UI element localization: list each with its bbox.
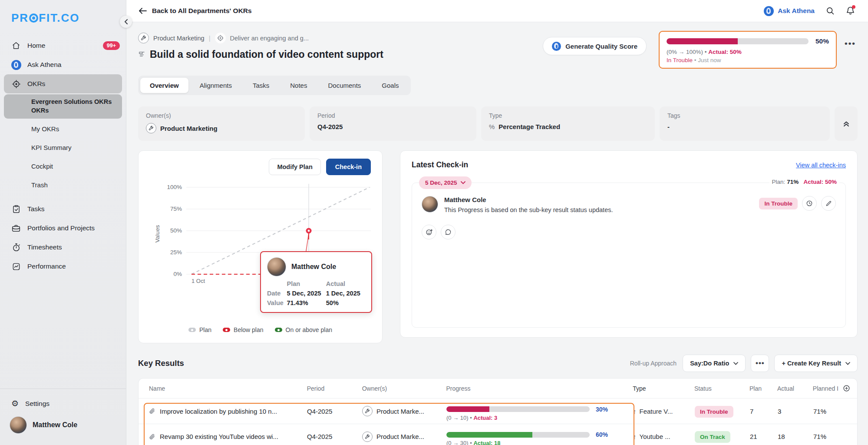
key-result-row[interactable]: Revamp 30 existing YouTube videos wi... … [139,424,857,445]
key-result-owner: Product Marke... [376,408,424,415]
comment-button[interactable] [441,225,455,239]
column-header-status[interactable]: Status [694,385,749,392]
key-result-row[interactable]: Improve localization by publishing 10 n.… [139,399,857,424]
notifications-button[interactable] [846,6,855,16]
tab-overview[interactable]: Overview [140,78,188,93]
key-result-name[interactable]: Improve localization by publishing 10 n.… [160,408,277,415]
key-result-actual: 18 [778,433,813,440]
sidebar-item-label: KPI Summary [31,144,72,151]
column-header-actual[interactable]: Actual [777,385,813,392]
tab-alignments[interactable]: Alignments [190,78,241,93]
logo-text-pr: PR [11,11,29,25]
progress-track [667,38,809,44]
sidebar: PRFIT.CO Home 99+ Ask Athena OKRs [0,0,126,445]
key-results-header: Key Results Roll-up Approach Say:Do Rati… [138,355,858,372]
column-header-name[interactable]: Name [139,385,307,392]
objective-progress-card[interactable]: 50% (0% → 100%) • Actual: 50% In Trouble… [659,31,837,69]
performance-chart-icon [11,262,21,271]
sidebar-item-performance[interactable]: Performance [0,257,126,276]
key-result-name[interactable]: Revamp 30 existing YouTube videos wi... [160,433,278,440]
sidebar-item-label: Home [27,42,45,50]
sidebar-item-label: Cockpit [31,163,53,170]
search-button[interactable] [826,7,835,15]
create-key-result-button[interactable]: + Create Key Result [774,355,858,372]
column-header-planned[interactable]: Planned I [813,385,857,392]
sidebar-item-trash[interactable]: Trash [0,176,126,194]
main-area: Back to All Departments' OKRs Ask Athena [126,0,868,445]
sidebar-item-tasks[interactable]: Tasks [0,199,126,219]
modify-plan-button[interactable]: Modify Plan [269,159,320,175]
breadcrumb-separator: | [209,34,211,42]
y-axis-label: Values [154,225,161,243]
back-link[interactable]: Back to All Departments' OKRs [139,7,252,15]
breadcrumb-parent-objective[interactable]: Deliver an engaging and g... [230,35,309,42]
period-card: Period Q4-2025 [310,106,476,141]
progress-percent: 30% [596,406,608,413]
plan-legend-marker [188,328,196,332]
sidebar-item-kpi-summary[interactable]: KPI Summary [0,138,126,157]
paperclip-icon [149,433,155,440]
column-header-type[interactable]: Type [633,385,694,392]
tab-notes[interactable]: Notes [281,78,317,93]
breadcrumb-team[interactable]: Product Marketing [153,35,205,42]
column-header-owner[interactable]: Owner(s) [362,385,446,392]
type-label: Type [489,112,647,119]
wrench-icon [138,33,149,43]
avatar [267,257,286,276]
period-value: Q4-2025 [317,123,343,130]
view-all-checkins-link[interactable]: View all check-ins [796,162,846,169]
ask-athena-button[interactable]: Ask Athena [764,6,815,16]
column-header-plan[interactable]: Plan [749,385,777,392]
sidebar-item-timesheets[interactable]: Timesheets [0,238,126,257]
checkin-history-button[interactable] [802,196,817,211]
sidebar-nav: Home 99+ Ask Athena OKRs Evergreen Solut… [0,36,126,389]
check-in-button[interactable]: Check-in [326,159,371,175]
add-column-icon[interactable] [843,385,850,392]
collapse-meta-button[interactable] [835,106,858,141]
profile-name: Matthew Cole [33,421,77,429]
rollup-approach-dropdown[interactable]: Say:Do Ratio [683,355,746,372]
owners-value[interactable]: Product Marketing [146,123,297,133]
tab-documents[interactable]: Documents [318,78,370,93]
status-badge: In Trouble [759,198,798,209]
tags-value: - [667,123,670,130]
back-label: Back to All Departments' OKRs [152,7,252,15]
objective-more-menu-button[interactable]: ••• [845,39,856,48]
objective-header: Product Marketing | Deliver an engaging … [138,31,858,69]
emoji-add-icon [426,229,433,236]
key-result-actual: 3 [778,408,813,415]
checkin-edit-button[interactable] [821,196,836,211]
sidebar-item-settings[interactable]: ⚙ Settings [0,395,126,412]
tags-label: Tags [667,112,822,119]
sidebar-item-my-okrs[interactable]: My OKRs [0,120,126,138]
svg-text:1 Oct: 1 Oct [191,278,205,284]
column-header-period[interactable]: Period [307,385,362,392]
profile-menu[interactable]: Matthew Cole [0,412,126,438]
column-header-progress[interactable]: Progress [446,385,633,392]
progress-percent: 60% [596,431,608,438]
tooltip-table: Plan Actual Date 5 Dec, 2025 1 Dec, 2025… [267,279,365,308]
target-icon [215,33,226,43]
sidebar-bottom: ⚙ Settings Matthew Cole [0,389,126,445]
sidebar-item-portfolios[interactable]: Portfolios and Projects [0,219,126,238]
key-results-more-button[interactable]: ••• [751,355,769,372]
tab-goals[interactable]: Goals [372,78,408,93]
sidebar-item-ask-athena[interactable]: Ask Athena [0,55,126,74]
sidebar-item-okrs[interactable]: OKRs [4,74,122,93]
sidebar-item-home[interactable]: Home 99+ [0,36,126,55]
above-plan-legend-marker [275,328,282,332]
svg-text:0%: 0% [173,271,182,277]
progress-percent: 50% [815,37,829,45]
type-card: Type % Percentage Tracked [481,106,655,141]
tab-tasks[interactable]: Tasks [243,78,279,93]
actual-point-marker[interactable] [306,228,312,240]
avatar [10,416,27,434]
sidebar-collapse-button[interactable] [120,16,132,28]
generate-quality-score-button[interactable]: Generate Quality Score [543,37,647,55]
checkin-date-dropdown[interactable]: 5 Dec, 2025 [419,176,472,189]
type-value: Percentage Tracked [498,123,560,130]
sidebar-item-cockpit[interactable]: Cockpit [0,157,126,176]
add-reaction-button[interactable] [422,225,436,239]
sidebar-item-evergreen-okrs[interactable]: Evergreen Solutions OKRs OKRs [4,94,122,119]
key-result-plan: 21 [750,433,778,440]
